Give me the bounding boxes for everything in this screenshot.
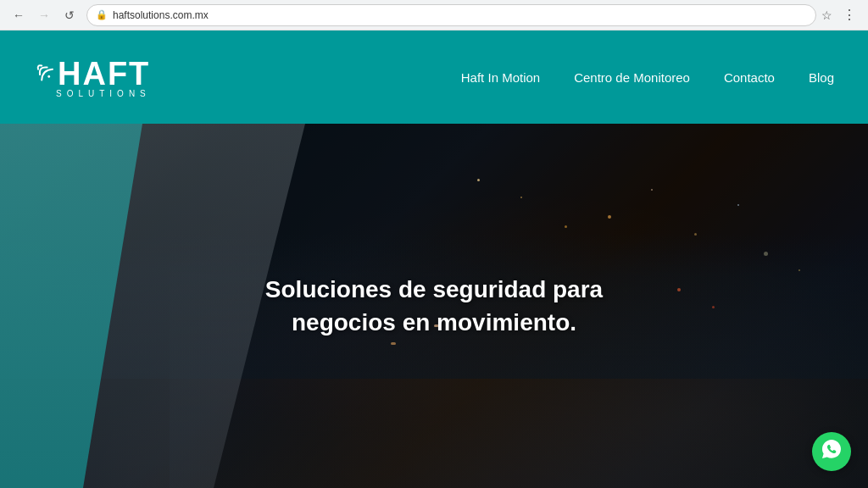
- svg-point-0: [47, 75, 51, 78]
- address-bar[interactable]: 🔒 haftsolutions.com.mx: [86, 4, 816, 26]
- nav-haft-in-motion[interactable]: Haft In Motion: [461, 70, 540, 85]
- logo-solutions-text: SOLUTIONS: [34, 89, 151, 98]
- whatsapp-button[interactable]: [812, 432, 851, 471]
- star-icon: ☆: [821, 8, 832, 22]
- back-icon: ←: [13, 8, 25, 22]
- website-content: HAFT SOLUTIONS Haft In Motion Centro de …: [0, 30, 868, 488]
- browser-menu-button[interactable]: ⋮: [837, 3, 861, 27]
- browser-nav-buttons: ← → ↺: [7, 3, 81, 27]
- hero-headline: Soluciones de seguridad para negocios en…: [222, 273, 646, 339]
- forward-button[interactable]: →: [32, 3, 56, 27]
- hero-text-container: Soluciones de seguridad para negocios en…: [222, 273, 646, 339]
- url-text: haftsolutions.com.mx: [113, 9, 807, 21]
- reload-button[interactable]: ↺: [58, 3, 81, 27]
- site-header: HAFT SOLUTIONS Haft In Motion Centro de …: [0, 30, 868, 124]
- lock-icon: 🔒: [96, 9, 108, 20]
- logo-main: HAFT: [34, 56, 150, 91]
- forward-icon: →: [38, 8, 50, 22]
- site-nav: Haft In Motion Centro de Monitoreo Conta…: [461, 70, 834, 85]
- nav-contacto[interactable]: Contacto: [724, 70, 775, 85]
- road-perspective: [170, 233, 868, 488]
- logo-area[interactable]: HAFT SOLUTIONS: [34, 56, 151, 98]
- nav-blog[interactable]: Blog: [809, 70, 834, 85]
- reload-icon: ↺: [64, 8, 75, 22]
- wifi-icon: [26, 53, 60, 87]
- hero-headline-line1: Soluciones de seguridad para: [265, 276, 603, 302]
- logo-haft-text: HAFT: [58, 58, 150, 90]
- bookmark-button[interactable]: ☆: [821, 8, 832, 22]
- nav-centro-monitoreo[interactable]: Centro de Monitoreo: [574, 70, 690, 85]
- back-button[interactable]: ←: [7, 3, 31, 27]
- whatsapp-icon: [821, 438, 843, 465]
- hero-headline-line2: negocios en movimiento.: [292, 309, 576, 336]
- hero-section: Soluciones de seguridad para negocios en…: [0, 124, 868, 488]
- menu-icon: ⋮: [843, 7, 856, 23]
- logo-container: HAFT SOLUTIONS: [34, 56, 151, 98]
- browser-chrome: ← → ↺ 🔒 haftsolutions.com.mx ☆ ⋮: [0, 0, 868, 30]
